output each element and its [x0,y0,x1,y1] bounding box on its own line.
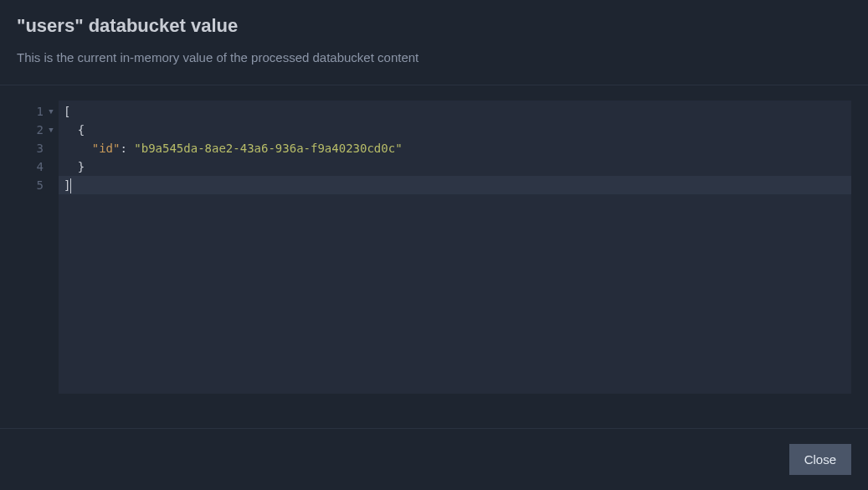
token-punct: : [120,142,134,155]
code-editor[interactable]: 1▼2▼345 [ { "id": "b9a545da-8ae2-43a6-93… [17,101,851,394]
divider [0,85,868,85]
line-number: 2 [37,123,44,137]
line-number: 4 [37,160,44,173]
fold-toggle-icon[interactable]: ▼ [47,107,55,116]
token-string: "b9a545da-8ae2-43a6-936a-f9a40230cd0c" [134,142,402,155]
code-line[interactable]: { [59,121,851,139]
token-punct: { [78,123,85,137]
indent [64,160,78,173]
token-punct: ] [64,178,70,192]
indent [64,142,92,155]
token-key: "id" [92,142,121,155]
line-number: 1 [37,105,44,118]
code-line[interactable]: ] [59,176,851,194]
line-number: 3 [37,142,44,155]
cursor [70,178,71,193]
close-button[interactable]: Close [789,444,851,475]
modal-subtitle: This is the current in-memory value of t… [17,50,851,64]
gutter-line: 4 [17,157,59,176]
gutter-line: 5 [17,176,59,194]
modal-dialog: "users" databucket value This is the cur… [0,0,868,394]
code-area[interactable]: [ { "id": "b9a545da-8ae2-43a6-936a-f9a40… [59,101,851,394]
code-line[interactable]: [ [59,102,851,121]
code-line[interactable]: "id": "b9a545da-8ae2-43a6-936a-f9a40230c… [59,139,851,157]
indent [64,123,78,137]
code-line[interactable]: } [59,157,851,176]
code-gutter: 1▼2▼345 [17,101,59,394]
line-number: 5 [37,178,44,192]
fold-toggle-icon[interactable]: ▼ [47,126,55,134]
modal-footer: Close [0,428,868,490]
gutter-line: 3 [17,139,59,157]
modal-title: "users" databucket value [17,15,851,37]
gutter-line: 2▼ [17,121,59,139]
gutter-line: 1▼ [17,102,59,121]
token-punct: } [78,160,85,173]
token-punct: [ [64,105,70,118]
